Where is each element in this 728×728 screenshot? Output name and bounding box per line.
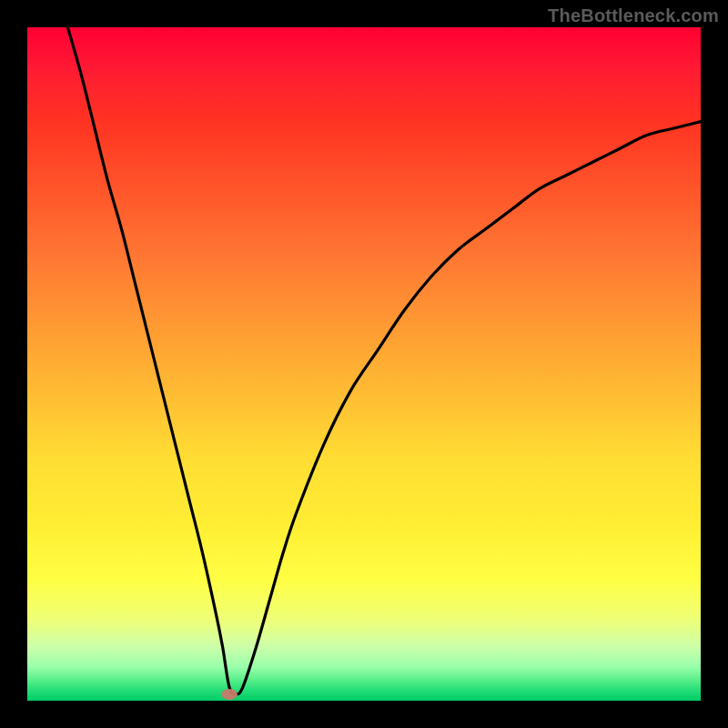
plot-area (27, 27, 701, 701)
chart-frame: TheBottleneck.com (0, 0, 728, 728)
optimum-marker (221, 689, 238, 700)
attribution-label: TheBottleneck.com (548, 5, 719, 26)
bottleneck-curve (27, 27, 701, 701)
